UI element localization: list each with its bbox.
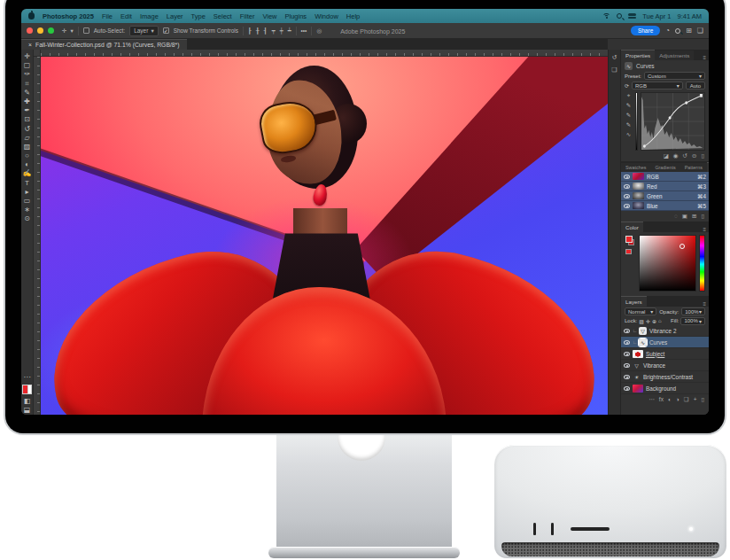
menu-item-view[interactable]: View — [262, 12, 276, 20]
curves-graph[interactable] — [641, 92, 705, 151]
move-tool[interactable]: ✛ — [24, 52, 30, 61]
tab-properties[interactable]: Properties — [621, 50, 655, 60]
vertical-ruler[interactable] — [34, 57, 41, 415]
channel-row-blue[interactable]: Blue ⌘5 — [621, 201, 709, 211]
color-fg-bg-swatches[interactable] — [625, 235, 636, 288]
dodge-tool[interactable]: ◐ — [25, 160, 29, 169]
horizontal-ruler[interactable] — [41, 50, 608, 57]
lock-transparent-icon[interactable]: ▨ — [639, 318, 644, 324]
screen-mode-icon[interactable]: ⬓ — [24, 406, 31, 415]
color-hue-strip[interactable] — [699, 235, 705, 292]
edit-toolbar-icon[interactable]: ⋯ — [24, 373, 31, 382]
healing-brush-tool[interactable]: ✚ — [24, 97, 30, 106]
auto-button[interactable]: Auto — [686, 82, 705, 89]
notifications-icon[interactable]: ◔ — [665, 27, 670, 35]
marquee-tool[interactable]: ▢ — [24, 61, 31, 70]
channel-row-red[interactable]: Red ⌘3 — [621, 182, 709, 191]
align-center-icon[interactable]: ╂ — [256, 27, 260, 35]
layer-row-brightness[interactable]: ☀ Brightness/Contrast — [621, 371, 709, 383]
hand-tool[interactable]: ∗ — [24, 206, 30, 214]
visibility-eye-icon[interactable] — [624, 375, 630, 379]
channels-footer-icons[interactable]: ◌▣ ⊞▯ — [621, 211, 709, 222]
workspace-switcher-icon[interactable]: ❏ — [697, 27, 703, 35]
brush-tool[interactable]: ✒ — [24, 106, 30, 115]
align-right-icon[interactable]: ┨ — [264, 27, 268, 35]
tab-gradients[interactable]: Gradients — [650, 163, 680, 172]
pen-tool[interactable]: ✍ — [23, 169, 32, 178]
blur-tool[interactable]: ○ — [25, 152, 29, 160]
snap-icon[interactable]: ◎ — [316, 27, 322, 35]
layers-footer-icons[interactable]: ⋯fx ◐◑ ❏+ ▯ — [621, 394, 709, 405]
align-left-icon[interactable]: ┠ — [248, 27, 252, 35]
history-brush-tool[interactable]: ↺ — [24, 125, 30, 134]
history-panel-icon[interactable]: ↺ — [612, 54, 617, 61]
align-bottom-icon[interactable]: ┷ — [288, 27, 291, 35]
channel-dropdown[interactable]: RGB▾ — [632, 82, 683, 89]
auto-select-target-dropdown[interactable]: Layer▾ — [129, 26, 159, 36]
tab-layers[interactable]: Layers — [621, 296, 647, 307]
lock-position-icon[interactable]: ✛ — [646, 318, 650, 324]
lasso-tool[interactable]: ✑ — [24, 70, 30, 79]
layer-row-vibrance[interactable]: ▽ Vibrance — [621, 360, 709, 371]
type-tool[interactable]: T — [25, 179, 29, 188]
menu-item-edit[interactable]: Edit — [120, 12, 132, 20]
menu-item-type[interactable]: Type — [191, 12, 206, 20]
close-window-button[interactable] — [27, 27, 33, 34]
curve-tool-icons[interactable]: ⌖ ✎ ✎ ✎ ∿ — [625, 92, 633, 138]
minimize-window-button[interactable] — [37, 27, 43, 34]
clone-stamp-tool[interactable]: ⊡ — [24, 115, 30, 124]
tab-patterns[interactable]: Patterns — [680, 163, 707, 172]
auto-select-checkbox[interactable] — [83, 27, 89, 34]
visibility-eye-icon[interactable] — [624, 340, 630, 345]
crop-tool[interactable]: ⌗ — [25, 80, 29, 89]
lock-artboard-icon[interactable]: ⊕ — [652, 318, 656, 324]
tab-swatches[interactable]: Swatches — [621, 163, 650, 172]
color-swatches[interactable] — [22, 385, 32, 393]
visibility-eye-icon[interactable] — [624, 184, 630, 189]
properties-footer-icons[interactable]: ◪◉ ↺⊙ ▯ — [621, 151, 709, 161]
zoom-tool[interactable]: ⊙ — [24, 214, 30, 223]
color-saturation-square[interactable] — [639, 235, 696, 292]
tab-color[interactable]: Color — [621, 222, 643, 232]
align-top-icon[interactable]: ┯ — [272, 27, 276, 35]
menu-item-window[interactable]: Window — [315, 12, 338, 20]
layer-row-curves[interactable]: ∟ ∿ Curves — [621, 337, 709, 348]
zoom-window-button[interactable] — [48, 27, 54, 34]
grid-icon[interactable]: ⊞ — [686, 27, 692, 35]
tab-channels[interactable]: Channels — [707, 162, 709, 172]
menu-item-filter[interactable]: Filter — [240, 12, 255, 20]
targeted-adjustment-icon[interactable]: ⟳ — [625, 82, 629, 89]
visibility-eye-icon[interactable] — [624, 386, 630, 391]
visibility-eye-icon[interactable] — [624, 363, 630, 368]
comments-panel-icon[interactable]: ❏ — [611, 66, 617, 74]
menu-item-app[interactable]: Photoshop 2025 — [43, 12, 94, 20]
ruler-origin[interactable] — [34, 50, 41, 57]
panel-menu-icon[interactable]: ≡ — [703, 55, 709, 60]
visibility-eye-icon[interactable] — [624, 175, 630, 179]
document-canvas[interactable] — [41, 57, 608, 415]
quick-mask-icon[interactable]: ◧ — [24, 397, 31, 406]
show-transform-checkbox[interactable]: ✓ — [163, 27, 169, 34]
align-middle-icon[interactable]: ┿ — [280, 27, 283, 35]
gradient-tool[interactable]: ▨ — [24, 143, 31, 152]
path-select-tool[interactable]: ▸ — [25, 188, 28, 197]
menu-item-plugins[interactable]: Plugins — [285, 12, 307, 20]
menu-item-help[interactable]: Help — [346, 12, 360, 20]
channel-row-rgb[interactable]: RGB ⌘2 — [621, 172, 709, 182]
visibility-eye-icon[interactable] — [624, 204, 630, 208]
spotlight-icon[interactable] — [617, 13, 622, 19]
control-center-icon[interactable] — [628, 13, 636, 19]
visibility-eye-icon[interactable] — [624, 329, 630, 333]
eraser-tool[interactable]: ▱ — [24, 134, 29, 143]
apple-menu-icon[interactable] — [28, 12, 35, 19]
blend-mode-dropdown[interactable]: Normal▾ — [625, 307, 656, 315]
chevron-down-icon[interactable]: ▾ — [70, 27, 73, 35]
menu-item-layer[interactable]: Layer — [167, 12, 183, 20]
panel-menu-icon[interactable]: ≡ — [703, 227, 709, 232]
shape-tool[interactable]: ▭ — [24, 197, 31, 206]
search-icon[interactable] — [675, 28, 680, 34]
foreground-color-swatch[interactable] — [22, 385, 28, 393]
eyedropper-tool[interactable]: ✎ — [24, 89, 30, 97]
tab-adjustments[interactable]: Adjustments — [655, 51, 694, 60]
lock-all-icon[interactable]: ⌂ — [658, 318, 662, 323]
